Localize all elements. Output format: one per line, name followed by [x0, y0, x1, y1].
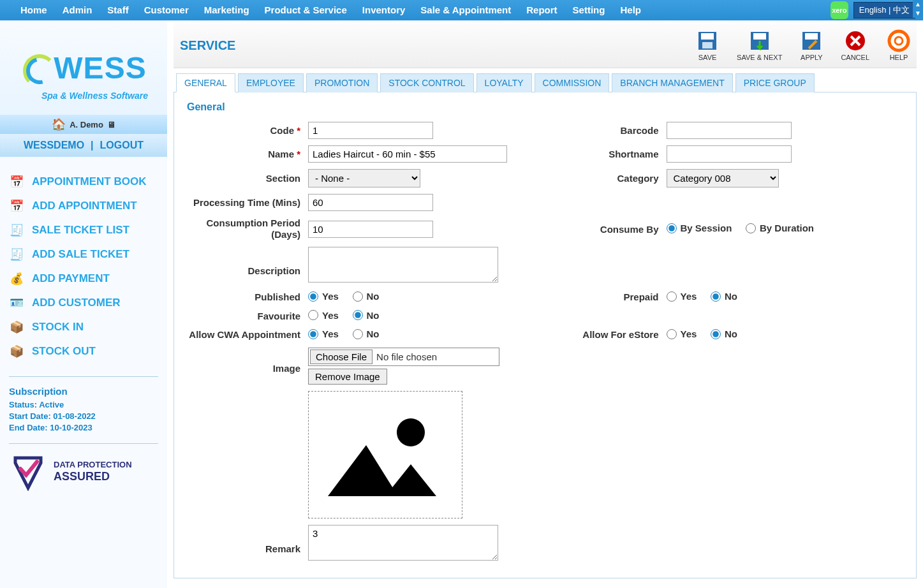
toolbar: SAVE SAVE & NEXT APPLY CANCEL HELP [696, 29, 910, 61]
tab-stock-control[interactable]: STOCK CONTROL [380, 73, 473, 92]
save-button[interactable]: SAVE [696, 29, 719, 61]
description-textarea[interactable] [308, 247, 498, 283]
nav-marketing[interactable]: Marketing [196, 0, 257, 20]
tabs: GENERAL EMPLOYEE PROMOTION STOCK CONTROL… [176, 73, 917, 92]
scroll-down-icon[interactable]: ▼ [913, 9, 923, 18]
favourite-yes-radio[interactable] [308, 310, 318, 320]
prepaid-yes[interactable]: Yes [667, 291, 697, 302]
consume-by-session[interactable]: By Session [667, 223, 732, 233]
logout-link[interactable]: LOGOUT [100, 140, 144, 151]
subscription-status: Status: Active [9, 399, 158, 411]
choose-file-button[interactable]: Choose File [310, 349, 373, 364]
nav-staff[interactable]: Staff [100, 0, 136, 20]
tab-promotion[interactable]: PROMOTION [306, 73, 378, 92]
tab-general[interactable]: GENERAL [176, 73, 235, 92]
stock-in-icon: 📦 [9, 320, 24, 335]
radio-label: No [725, 328, 737, 339]
logo-icon [20, 52, 52, 84]
sidebar-item-stock-out[interactable]: 📦STOCK OUT [9, 339, 158, 364]
language-switch[interactable]: English | 中文 [853, 2, 915, 18]
consume-by-duration-radio[interactable] [746, 223, 756, 233]
auth-row: WESSDEMO | LOGOUT [0, 134, 167, 157]
file-input[interactable]: Choose File No file chosen [308, 348, 499, 366]
section-select[interactable]: - None - [308, 169, 420, 187]
floppy-pencil-icon [800, 29, 823, 52]
category-select[interactable]: Category 008 [667, 169, 779, 187]
cancel-icon [844, 29, 867, 52]
allow-estore-yes-radio[interactable] [667, 329, 677, 339]
allow-estore-yes[interactable]: Yes [667, 328, 697, 339]
site-link[interactable]: WESSDEMO [24, 140, 84, 151]
toolbar-label: SAVE [698, 54, 717, 61]
tab-loyalty[interactable]: LOYALTY [476, 73, 532, 92]
quick-links: 📅APPOINTMENT BOOK 📅ADD APPOINTMENT 🧾SALE… [0, 157, 167, 364]
calendar-add-icon: 📅 [9, 198, 24, 214]
help-button[interactable]: HELP [887, 29, 910, 61]
favourite-no[interactable]: No [353, 310, 380, 321]
allow-cwa-no-radio[interactable] [353, 329, 363, 339]
save-next-button[interactable]: SAVE & NEXT [737, 29, 782, 61]
allow-estore-no[interactable]: No [711, 328, 737, 339]
favourite-yes[interactable]: Yes [308, 310, 339, 321]
nav-admin[interactable]: Admin [55, 0, 100, 20]
nav-home[interactable]: Home [13, 0, 55, 20]
svg-rect-4 [753, 33, 766, 40]
sidebar-item-label: ADD APPOINTMENT [32, 200, 137, 212]
xero-badge[interactable]: xero [831, 1, 848, 19]
top-nav: Home Admin Staff Customer Marketing Prod… [0, 0, 923, 20]
nav-customer[interactable]: Customer [137, 0, 196, 20]
allow-estore-no-radio[interactable] [711, 329, 721, 339]
nav-inventory[interactable]: Inventory [355, 0, 413, 20]
shortname-input[interactable] [667, 145, 792, 163]
published-yes[interactable]: Yes [308, 291, 339, 302]
svg-point-9 [895, 37, 903, 45]
consumption-period-input[interactable] [308, 221, 433, 238]
processing-time-input[interactable] [308, 194, 433, 211]
sidebar-item-label: ADD SALE TICKET [32, 248, 129, 261]
sidebar-item-stock-in[interactable]: 📦STOCK IN [9, 315, 158, 339]
category-label: Category [545, 173, 667, 184]
tab-panel-general: General Code * Barcode Name * [174, 92, 917, 578]
code-input[interactable] [308, 122, 433, 139]
prepaid-no[interactable]: No [711, 291, 737, 302]
nav-setting[interactable]: Setting [565, 0, 613, 20]
prepaid-yes-radio[interactable] [667, 291, 677, 302]
consume-by-session-radio[interactable] [667, 223, 677, 233]
published-no-radio[interactable] [353, 291, 363, 302]
allow-cwa-yes[interactable]: Yes [308, 328, 339, 339]
nav-product[interactable]: Product & Service [257, 0, 355, 20]
scroll-up-icon[interactable]: ▲ [913, 0, 923, 9]
remove-image-button[interactable]: Remove Image [308, 369, 387, 385]
favourite-no-radio[interactable] [353, 310, 363, 320]
sidebar-item-sale-ticket-list[interactable]: 🧾SALE TICKET LIST [9, 218, 158, 242]
sidebar-item-add-appointment[interactable]: 📅ADD APPOINTMENT [9, 194, 158, 218]
allow-cwa-no[interactable]: No [353, 328, 380, 339]
tab-price-group[interactable]: PRICE GROUP [735, 73, 815, 92]
sidebar: WESS Spa & Wellness Software 🏠 A. Demo 🖥… [0, 20, 167, 588]
sidebar-item-add-sale-ticket[interactable]: 🧾ADD SALE TICKET [9, 242, 158, 267]
sidebar-item-label: STOCK OUT [32, 345, 96, 358]
nav-report[interactable]: Report [519, 0, 565, 20]
published-yes-radio[interactable] [308, 291, 318, 302]
tab-employee[interactable]: EMPLOYEE [238, 73, 304, 92]
toolbar-label: CANCEL [841, 54, 869, 61]
sidebar-item-add-customer[interactable]: 🪪ADD CUSTOMER [9, 291, 158, 315]
nav-help[interactable]: Help [612, 0, 649, 20]
sidebar-item-add-payment[interactable]: 💰ADD PAYMENT [9, 267, 158, 291]
apply-button[interactable]: APPLY [800, 29, 823, 61]
ticket-add-icon: 🧾 [9, 247, 24, 262]
tab-branch-management[interactable]: BRANCH MANAGEMENT [612, 73, 732, 92]
sidebar-item-appointment-book[interactable]: 📅APPOINTMENT BOOK [9, 170, 158, 194]
consume-by-duration[interactable]: By Duration [746, 223, 814, 233]
cancel-button[interactable]: CANCEL [841, 29, 869, 61]
calendar-icon: 📅 [9, 174, 24, 189]
remark-textarea[interactable] [308, 525, 498, 561]
toolbar-label: HELP [890, 54, 908, 61]
name-input[interactable] [308, 145, 507, 163]
barcode-input[interactable] [667, 122, 792, 139]
allow-cwa-yes-radio[interactable] [308, 329, 318, 339]
prepaid-no-radio[interactable] [711, 291, 721, 302]
nav-sale[interactable]: Sale & Appointment [413, 0, 519, 20]
published-no[interactable]: No [353, 291, 380, 302]
tab-commission[interactable]: COMMISSION [535, 73, 610, 92]
